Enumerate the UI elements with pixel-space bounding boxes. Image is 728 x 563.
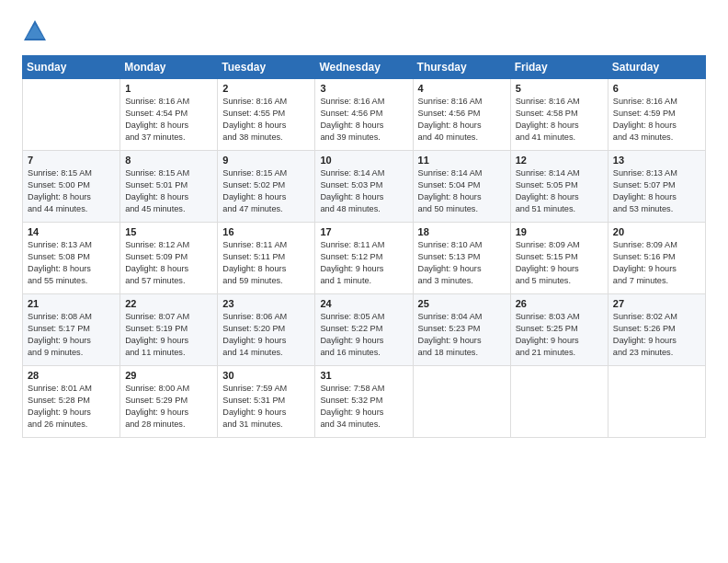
svg-marker-1 (26, 24, 44, 39)
day-cell: 13Sunrise: 8:13 AM Sunset: 5:07 PM Dayli… (608, 151, 705, 223)
day-info: Sunrise: 8:05 AM Sunset: 5:22 PM Dayligh… (320, 311, 407, 359)
week-row-4: 21Sunrise: 8:08 AM Sunset: 5:17 PM Dayli… (23, 294, 706, 366)
day-cell: 6Sunrise: 8:16 AM Sunset: 4:59 PM Daylig… (608, 79, 705, 151)
week-row-1: 1Sunrise: 8:16 AM Sunset: 4:54 PM Daylig… (23, 79, 706, 151)
day-cell: 15Sunrise: 8:12 AM Sunset: 5:09 PM Dayli… (120, 223, 218, 294)
week-row-5: 28Sunrise: 8:01 AM Sunset: 5:28 PM Dayli… (23, 366, 706, 438)
day-cell (23, 79, 120, 151)
day-cell: 22Sunrise: 8:07 AM Sunset: 5:19 PM Dayli… (120, 294, 218, 366)
header-cell-tuesday: Tuesday (218, 56, 315, 79)
calendar-body: 1Sunrise: 8:16 AM Sunset: 4:54 PM Daylig… (23, 79, 706, 438)
day-number: 3 (320, 83, 407, 94)
day-cell: 29Sunrise: 8:00 AM Sunset: 5:29 PM Dayli… (120, 366, 218, 438)
day-info: Sunrise: 8:16 AM Sunset: 4:54 PM Dayligh… (125, 96, 212, 144)
day-cell: 5Sunrise: 8:16 AM Sunset: 4:58 PM Daylig… (510, 79, 608, 151)
day-number: 27 (613, 298, 700, 309)
calendar-page: SundayMondayTuesdayWednesdayThursdayFrid… (0, 0, 728, 453)
day-number: 6 (613, 83, 700, 94)
day-number: 1 (125, 83, 212, 94)
day-info: Sunrise: 8:14 AM Sunset: 5:05 PM Dayligh… (516, 167, 603, 215)
day-info: Sunrise: 8:02 AM Sunset: 5:26 PM Dayligh… (613, 311, 700, 359)
day-cell: 31Sunrise: 7:58 AM Sunset: 5:32 PM Dayli… (315, 366, 413, 438)
day-info: Sunrise: 8:16 AM Sunset: 4:56 PM Dayligh… (320, 96, 407, 144)
day-number: 26 (516, 298, 603, 309)
day-cell: 30Sunrise: 7:59 AM Sunset: 5:31 PM Dayli… (218, 366, 315, 438)
day-number: 28 (28, 370, 115, 381)
header-cell-saturday: Saturday (608, 56, 705, 79)
day-cell (413, 366, 510, 438)
day-number: 24 (320, 298, 407, 309)
day-info: Sunrise: 8:10 AM Sunset: 5:13 PM Dayligh… (418, 239, 506, 287)
day-number: 16 (222, 226, 310, 237)
calendar-header: SundayMondayTuesdayWednesdayThursdayFrid… (23, 56, 706, 79)
day-number: 21 (28, 298, 115, 309)
day-number: 10 (320, 155, 407, 166)
day-info: Sunrise: 8:14 AM Sunset: 5:03 PM Dayligh… (320, 167, 407, 215)
header-cell-wednesday: Wednesday (315, 56, 413, 79)
day-info: Sunrise: 8:12 AM Sunset: 5:09 PM Dayligh… (125, 239, 212, 287)
day-info: Sunrise: 8:01 AM Sunset: 5:28 PM Dayligh… (28, 383, 115, 431)
day-number: 5 (516, 83, 603, 94)
day-number: 4 (418, 83, 506, 94)
day-number: 2 (222, 83, 310, 94)
day-number: 13 (613, 155, 700, 166)
day-number: 22 (125, 298, 212, 309)
day-number: 7 (28, 155, 115, 166)
day-cell: 26Sunrise: 8:03 AM Sunset: 5:25 PM Dayli… (510, 294, 608, 366)
week-row-3: 14Sunrise: 8:13 AM Sunset: 5:08 PM Dayli… (23, 223, 706, 294)
day-cell: 20Sunrise: 8:09 AM Sunset: 5:16 PM Dayli… (608, 223, 705, 294)
day-info: Sunrise: 8:16 AM Sunset: 4:59 PM Dayligh… (613, 96, 700, 144)
day-number: 12 (516, 155, 603, 166)
day-cell: 3Sunrise: 8:16 AM Sunset: 4:56 PM Daylig… (315, 79, 413, 151)
day-info: Sunrise: 8:15 AM Sunset: 5:00 PM Dayligh… (28, 167, 115, 215)
day-cell: 8Sunrise: 8:15 AM Sunset: 5:01 PM Daylig… (120, 151, 218, 223)
day-info: Sunrise: 8:16 AM Sunset: 4:58 PM Dayligh… (516, 96, 603, 144)
day-info: Sunrise: 8:15 AM Sunset: 5:01 PM Dayligh… (125, 167, 212, 215)
day-cell: 11Sunrise: 8:14 AM Sunset: 5:04 PM Dayli… (413, 151, 510, 223)
day-number: 31 (320, 370, 407, 381)
day-cell: 25Sunrise: 8:04 AM Sunset: 5:23 PM Dayli… (413, 294, 510, 366)
day-info: Sunrise: 8:09 AM Sunset: 5:15 PM Dayligh… (516, 239, 603, 287)
day-info: Sunrise: 8:03 AM Sunset: 5:25 PM Dayligh… (516, 311, 603, 359)
day-number: 14 (28, 226, 115, 237)
day-number: 25 (418, 298, 506, 309)
day-info: Sunrise: 8:00 AM Sunset: 5:29 PM Dayligh… (125, 383, 212, 431)
day-cell: 4Sunrise: 8:16 AM Sunset: 4:56 PM Daylig… (413, 79, 510, 151)
day-info: Sunrise: 8:16 AM Sunset: 4:56 PM Dayligh… (418, 96, 506, 144)
day-number: 29 (125, 370, 212, 381)
day-info: Sunrise: 8:07 AM Sunset: 5:19 PM Dayligh… (125, 311, 212, 359)
day-cell: 16Sunrise: 8:11 AM Sunset: 5:11 PM Dayli… (218, 223, 315, 294)
day-info: Sunrise: 8:09 AM Sunset: 5:16 PM Dayligh… (613, 239, 700, 287)
header (22, 18, 706, 44)
day-number: 20 (613, 226, 700, 237)
day-cell: 14Sunrise: 8:13 AM Sunset: 5:08 PM Dayli… (23, 223, 120, 294)
day-cell: 27Sunrise: 8:02 AM Sunset: 5:26 PM Dayli… (608, 294, 705, 366)
day-info: Sunrise: 8:04 AM Sunset: 5:23 PM Dayligh… (418, 311, 506, 359)
day-number: 8 (125, 155, 212, 166)
day-info: Sunrise: 8:16 AM Sunset: 4:55 PM Dayligh… (222, 96, 310, 144)
day-info: Sunrise: 8:06 AM Sunset: 5:20 PM Dayligh… (222, 311, 310, 359)
day-cell: 12Sunrise: 8:14 AM Sunset: 5:05 PM Dayli… (510, 151, 608, 223)
day-cell: 17Sunrise: 8:11 AM Sunset: 5:12 PM Dayli… (315, 223, 413, 294)
day-info: Sunrise: 8:08 AM Sunset: 5:17 PM Dayligh… (28, 311, 115, 359)
day-number: 23 (222, 298, 310, 309)
day-info: Sunrise: 8:11 AM Sunset: 5:11 PM Dayligh… (222, 239, 310, 287)
day-number: 19 (516, 226, 603, 237)
day-number: 18 (418, 226, 506, 237)
week-row-2: 7Sunrise: 8:15 AM Sunset: 5:00 PM Daylig… (23, 151, 706, 223)
day-cell (608, 366, 705, 438)
logo (22, 18, 51, 44)
day-info: Sunrise: 8:11 AM Sunset: 5:12 PM Dayligh… (320, 239, 407, 287)
day-cell: 23Sunrise: 8:06 AM Sunset: 5:20 PM Dayli… (218, 294, 315, 366)
day-info: Sunrise: 8:13 AM Sunset: 5:08 PM Dayligh… (28, 239, 115, 287)
day-info: Sunrise: 8:14 AM Sunset: 5:04 PM Dayligh… (418, 167, 506, 215)
header-cell-friday: Friday (510, 56, 608, 79)
calendar-table: SundayMondayTuesdayWednesdayThursdayFrid… (22, 55, 706, 438)
day-info: Sunrise: 7:59 AM Sunset: 5:31 PM Dayligh… (222, 383, 310, 431)
day-cell: 10Sunrise: 8:14 AM Sunset: 5:03 PM Dayli… (315, 151, 413, 223)
day-cell: 19Sunrise: 8:09 AM Sunset: 5:15 PM Dayli… (510, 223, 608, 294)
day-cell: 7Sunrise: 8:15 AM Sunset: 5:00 PM Daylig… (23, 151, 120, 223)
logo-icon (22, 18, 48, 44)
day-info: Sunrise: 8:13 AM Sunset: 5:07 PM Dayligh… (613, 167, 700, 215)
header-cell-thursday: Thursday (413, 56, 510, 79)
